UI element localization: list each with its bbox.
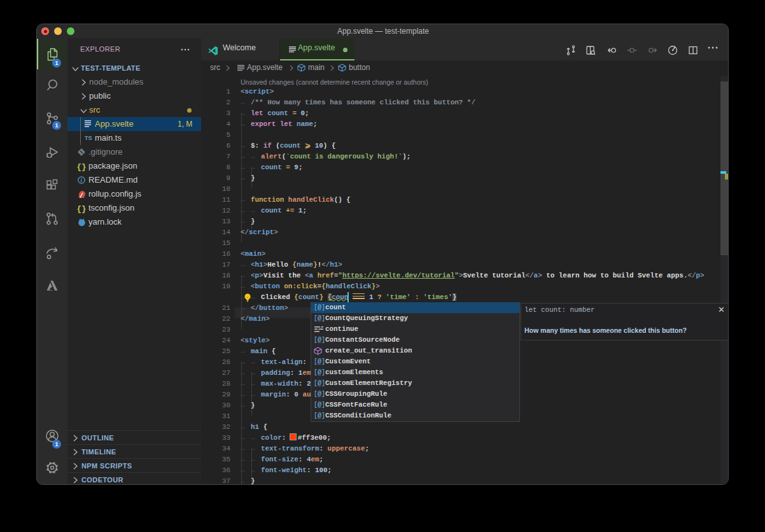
svg-text:i: i (81, 177, 83, 183)
svg-text:TS: TS (85, 135, 92, 141)
svg-text:{}: {} (77, 205, 87, 214)
svg-text:{}: {} (77, 163, 87, 172)
